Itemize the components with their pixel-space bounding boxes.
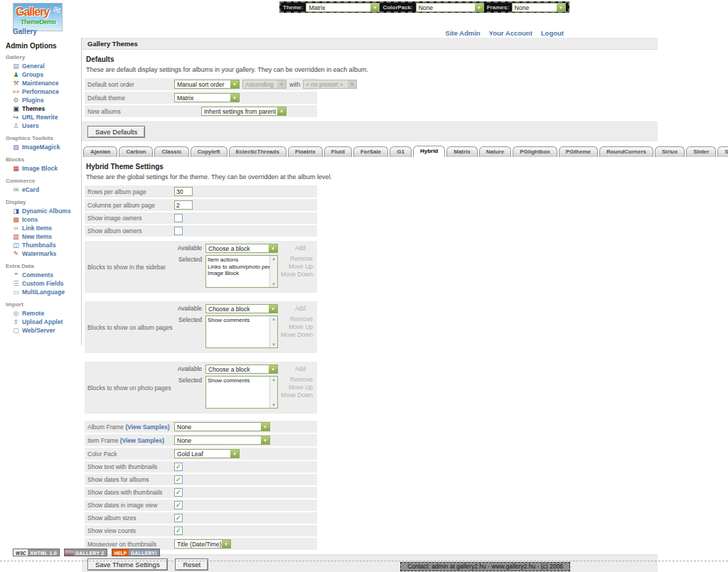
theme-select[interactable]: Matrix ▼	[306, 3, 380, 12]
available-blocks-select[interactable]: Choose a block▼	[205, 365, 278, 374]
checkbox[interactable]: ✓	[174, 463, 183, 471]
save-defaults-button[interactable]: Save Defaults	[87, 126, 145, 138]
scrollbar[interactable]: ▲▼	[269, 316, 277, 347]
checkbox[interactable]: ✓	[174, 501, 183, 509]
sidebar-item-ecard[interactable]: ✉eCard	[0, 185, 81, 194]
move-down-link[interactable]: Move Down	[281, 392, 313, 399]
gallery2-badge[interactable]: GALLERY 2	[64, 549, 107, 556]
site-admin-link[interactable]: Site Admin	[445, 29, 480, 37]
checkbox[interactable]: ✓	[174, 514, 183, 522]
scroll-up-icon[interactable]: ▲	[272, 257, 276, 261]
checkbox[interactable]	[174, 227, 183, 235]
selected-blocks-listbox[interactable]: Item actionsLinks to album/photo peersIm…	[205, 255, 278, 288]
available-blocks-select[interactable]: Choose a block▼	[205, 304, 278, 313]
default-sort-order-select[interactable]: Manual sort order▼	[174, 80, 240, 89]
tab-eclecticthreads[interactable]: EclecticThreads	[229, 146, 287, 157]
sidebar-item-url-rewrite[interactable]: ↪URL Rewrite	[0, 113, 81, 122]
sidebar-item-performance[interactable]: »»Performance	[0, 87, 81, 96]
tab-classic[interactable]: Classic	[154, 146, 188, 157]
frames-select[interactable]: None ▼	[512, 3, 566, 12]
default-theme-select[interactable]: Matrix▼	[174, 93, 240, 102]
sidebar-item-dynamic-albums[interactable]: ◨Dynamic Albums	[0, 207, 81, 215]
scroll-down-icon[interactable]: ▼	[272, 282, 276, 286]
checkbox[interactable]: ✓	[174, 527, 183, 535]
sidebar-item-comments[interactable]: ❝Comments	[0, 271, 81, 279]
add-link[interactable]: Add	[295, 244, 306, 252]
remove-link[interactable]: Remove	[281, 376, 313, 384]
sidebar-item-icons[interactable]: ▩Icons	[0, 215, 81, 224]
your-account-link[interactable]: Your Account	[489, 29, 532, 37]
scroll-down-icon[interactable]: ▼	[272, 342, 276, 347]
sidebar-item-themes[interactable]: ▣Themes	[0, 104, 81, 113]
tab-floatrix[interactable]: Floatrix	[288, 146, 323, 157]
remove-link[interactable]: Remove	[281, 255, 313, 263]
listbox-item[interactable]: Show comments	[208, 317, 268, 324]
listbox-item[interactable]: Item actions	[208, 257, 268, 264]
sidebar-item-maintenance[interactable]: ⚒Maintenance	[0, 79, 81, 87]
move-down-link[interactable]: Move Down	[281, 271, 313, 279]
tab-copyleft[interactable]: Copyleft	[191, 146, 228, 157]
move-down-link[interactable]: Move Down	[281, 331, 313, 339]
sidebar-item-imagemagick[interactable]: ▨ImageMagick	[0, 143, 81, 151]
add-link[interactable]: Add	[295, 365, 306, 372]
move-up-link[interactable]: Move Up	[281, 384, 313, 392]
listbox-item[interactable]: Links to album/photo peers	[208, 264, 268, 271]
sidebar-item-upload-applet[interactable]: ⇧Upload Applet	[0, 318, 81, 326]
checkbox[interactable]	[174, 214, 183, 222]
sidebar-item-plugins[interactable]: ⚙Plugins	[0, 96, 81, 104]
sidebar-item-remote[interactable]: ◎Remote	[0, 309, 81, 318]
tab-pglightbox[interactable]: PGlightbox	[513, 146, 557, 157]
breadcrumb-gallery[interactable]: Gallery	[13, 28, 37, 36]
view-samples-link[interactable]: (View Samples)	[125, 423, 169, 431]
tab-siriux[interactable]: Siriux	[655, 146, 685, 157]
sidebar-item-groups[interactable]: ♟Groups	[0, 70, 81, 79]
tab-matrix[interactable]: Matrix	[446, 146, 478, 157]
sidebar-item-thumbnails[interactable]: ◫Thumbnails	[0, 241, 81, 249]
checkbox[interactable]: ✓	[174, 488, 183, 497]
sidebar-item-users[interactable]: ♙Users	[0, 122, 81, 130]
add-link[interactable]: Add	[295, 304, 306, 312]
tab-roundcorners[interactable]: RoundCorners	[599, 146, 653, 157]
sidebar-item-new-items[interactable]: ▥New Items	[0, 232, 81, 241]
text-input-rows-per-album-page[interactable]	[174, 187, 193, 196]
colorpack-select[interactable]: None ▼	[416, 3, 484, 12]
new-albums-select[interactable]: Inherit settings from parent album▼	[201, 107, 287, 116]
tab-pgtheme[interactable]: PGtheme	[559, 146, 598, 157]
selected-blocks-listbox[interactable]: Show comments▲▼	[205, 376, 278, 409]
text-input-columns-per-album-page[interactable]	[174, 200, 193, 210]
scrollbar[interactable]: ▲▼	[269, 377, 277, 408]
tab-ajaxian[interactable]: Ajaxian	[83, 146, 117, 157]
w3c-xhtml-badge[interactable]: W3C XHTML 1.0	[13, 549, 60, 556]
sidebar-item-image-block[interactable]: ▦Image Block	[0, 164, 81, 173]
sidebar-item-web-server[interactable]: ▢Web/Server	[0, 326, 81, 335]
view-samples-link[interactable]: (View Samples)	[120, 437, 164, 444]
tab-slider[interactable]: Slider	[686, 146, 716, 157]
sidebar-item-multilanguage[interactable]: ▭MultiLanguage	[0, 288, 81, 296]
tab-fluid[interactable]: Fluid	[324, 146, 352, 157]
listbox-item[interactable]: Show comments	[208, 377, 268, 384]
selected-blocks-listbox[interactable]: Show comments▲▼	[205, 315, 278, 348]
scroll-down-icon[interactable]: ▼	[272, 403, 276, 407]
tab-g1[interactable]: G1	[390, 146, 412, 157]
checkbox[interactable]: ✓	[174, 475, 183, 484]
tab-splatbang[interactable]: Splatbang	[717, 146, 728, 157]
scrollbar[interactable]: ▲▼	[269, 256, 277, 287]
tab-nature[interactable]: Nature	[479, 146, 511, 157]
available-blocks-select[interactable]: Choose a block▼	[205, 244, 278, 253]
mouseover-on-thumbnails-select[interactable]: Title (Date/Time)▼	[174, 539, 231, 549]
remove-link[interactable]: Remove	[281, 315, 313, 323]
sidebar-item-general[interactable]: ▤General	[0, 62, 81, 70]
sidebar-item-custom-fields[interactable]: ☰Custom Fields	[0, 279, 81, 288]
move-up-link[interactable]: Move Up	[281, 323, 313, 331]
item-frame-select[interactable]: None▼	[174, 436, 270, 445]
scroll-up-icon[interactable]: ▲	[272, 317, 276, 321]
tab-hybrid[interactable]: Hybrid	[413, 146, 445, 157]
scroll-up-icon[interactable]: ▲	[272, 377, 276, 382]
color-pack-select[interactable]: Gold Leaf▼	[174, 449, 240, 458]
move-up-link[interactable]: Move Up	[281, 263, 313, 271]
listbox-item[interactable]: Image Block	[208, 270, 268, 277]
album-frame-select[interactable]: None▼	[174, 422, 270, 431]
logout-link[interactable]: Logout	[541, 29, 564, 37]
sidebar-item-link-items[interactable]: ∞Link Items	[0, 224, 81, 232]
tab-forsale[interactable]: ForSale	[353, 146, 388, 157]
